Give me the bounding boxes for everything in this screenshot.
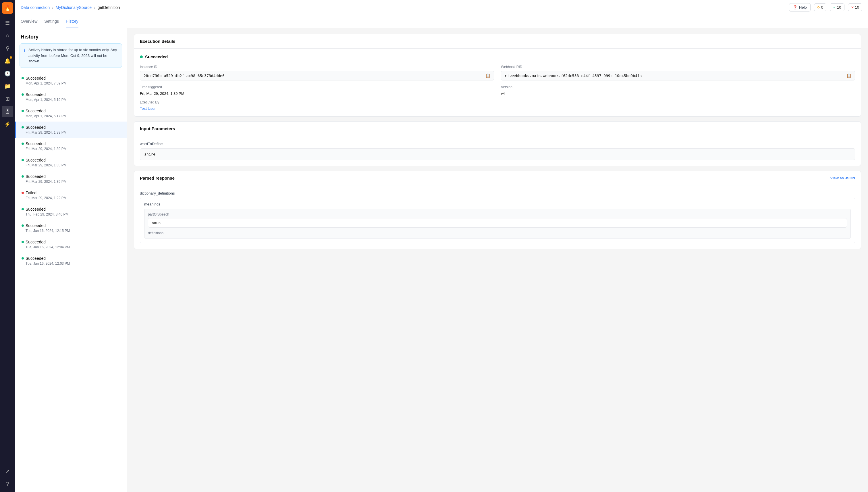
version-field: Version v4 xyxy=(501,85,855,96)
history-item[interactable]: Succeeded Fri, Mar 29, 2024, 1:35 PM xyxy=(15,171,127,187)
status-dot xyxy=(22,110,24,112)
timestamp: Tue, Jan 16, 2024, 12:15 PM xyxy=(22,229,121,233)
history-item[interactable]: Succeeded Mon, Apr 1, 2024, 5:17 PM xyxy=(15,105,127,122)
breadcrumb-part3: getDefinition xyxy=(98,5,120,10)
history-item[interactable]: Succeeded Tue, Jan 16, 2024, 12:03 PM xyxy=(15,253,127,269)
sidebar-menu-btn[interactable]: ☰ xyxy=(2,17,13,29)
timestamp: Fri, Mar 29, 2024, 1:39 PM xyxy=(22,147,121,151)
parsed-response-header: Parsed response View as JSON xyxy=(134,171,861,186)
sidebar-grid-btn[interactable]: ⊞ xyxy=(2,93,13,105)
sidebar-search-btn[interactable]: ⚲ xyxy=(2,43,13,54)
info-banner: ℹ Activity history is stored for up to s… xyxy=(20,43,122,68)
webhook-rid-copy-btn[interactable]: 📋 xyxy=(846,73,851,78)
sidebar-history-btn[interactable]: 🕐 xyxy=(2,68,13,79)
version-value: v4 xyxy=(501,91,855,96)
input-parameters-body: wordToDefine shire xyxy=(134,136,861,166)
status-text: Succeeded xyxy=(26,141,46,146)
part-of-speech-value: noun xyxy=(148,218,847,228)
timestamp: Thu, Feb 29, 2024, 8:46 PM xyxy=(22,212,121,216)
icon-sidebar: 🔥 ☰ ⌂ ⚲ 🔔 🕐 📁 ⊞ 🗄 ⚡ ↗ ? xyxy=(0,0,15,492)
time-triggered-label: Time triggered xyxy=(140,85,494,89)
definitions-key: definitions xyxy=(148,231,847,235)
status-text: Succeeded xyxy=(26,158,46,163)
sidebar-external-btn[interactable]: ↗ xyxy=(2,466,13,477)
history-item[interactable]: Succeeded Fri, Mar 29, 2024, 1:39 PM xyxy=(15,138,127,154)
topbar-actions: ❓ Help ⟳ 0 ✓ 10 ✕ 10 xyxy=(789,3,862,11)
executed-by-value[interactable]: Test User xyxy=(140,106,156,110)
history-list: Succeeded Mon, Apr 1, 2024, 7:59 PM Succ… xyxy=(15,71,127,492)
sidebar-folder-btn[interactable]: 📁 xyxy=(2,80,13,92)
timestamp: Tue, Jan 16, 2024, 12:04 PM xyxy=(22,245,121,249)
timestamp: Fri, Mar 29, 2024, 1:35 PM xyxy=(22,163,121,167)
response-nested-inner: meanings partOfSpeech noun definitions xyxy=(140,198,855,243)
status-dot xyxy=(22,224,24,227)
response-deep-nested: partOfSpeech noun definitions xyxy=(144,208,851,239)
timestamp: Fri, Mar 29, 2024, 1:22 PM xyxy=(22,196,121,200)
sidebar-transform-btn[interactable]: ⚡ xyxy=(2,118,13,130)
timestamp: Mon, Apr 1, 2024, 5:17 PM xyxy=(22,114,121,118)
breadcrumb: Data connection › MyDictionarySource › g… xyxy=(21,5,120,10)
history-item[interactable]: Succeeded Mon, Apr 1, 2024, 5:19 PM xyxy=(15,89,127,105)
status-text: Succeeded xyxy=(26,240,46,244)
exec-status-label: Succeeded xyxy=(145,54,168,59)
execution-details-header: Execution details xyxy=(134,34,861,49)
history-item[interactable]: Succeeded Tue, Jan 16, 2024, 12:15 PM xyxy=(15,220,127,236)
param-name: wordToDefine xyxy=(140,142,855,146)
webhook-rid-value-box: ri.webhooks.main.webhook.f62dc558-c44f-4… xyxy=(501,71,855,80)
response-nested-meanings: meanings partOfSpeech noun definitions xyxy=(140,198,855,243)
history-pane: History ℹ Activity history is stored for… xyxy=(15,28,127,492)
instance-id-value-box: 28cd730b-a529-4b2f-ac98-65c373d4dde6 📋 xyxy=(140,71,494,80)
history-item[interactable]: Succeeded Tue, Jan 16, 2024, 12:04 PM xyxy=(15,236,127,253)
history-item[interactable]: Succeeded Fri, Mar 29, 2024, 1:35 PM xyxy=(15,154,127,171)
tab-history[interactable]: History xyxy=(66,15,78,28)
instance-id-value: 28cd730b-a529-4b2f-ac98-65c373d4dde6 xyxy=(144,74,225,78)
status-text: Succeeded xyxy=(26,108,46,113)
view-json-link[interactable]: View as JSON xyxy=(831,176,855,180)
sidebar-home-btn[interactable]: ⌂ xyxy=(2,30,13,41)
instance-id-copy-btn[interactable]: 📋 xyxy=(485,73,490,78)
parsed-response-body: dictionary_definitions meanings partOfSp… xyxy=(134,186,861,249)
history-pane-title: History xyxy=(15,28,127,43)
executed-by-label: Executed By xyxy=(140,100,494,104)
webhook-rid-label: Webhook RID xyxy=(501,65,855,69)
version-label: Version xyxy=(501,85,855,89)
status-text: Succeeded xyxy=(26,76,46,80)
status-text: Succeeded xyxy=(26,92,46,97)
sidebar-bell-btn[interactable]: 🔔 xyxy=(2,55,13,67)
status-dot xyxy=(22,192,24,194)
history-item[interactable]: Failed Fri, Mar 29, 2024, 1:22 PM xyxy=(15,187,127,203)
error-count: 10 xyxy=(855,5,859,9)
tab-settings[interactable]: Settings xyxy=(44,15,59,28)
meanings-key: meanings xyxy=(144,202,851,206)
status-text: Succeeded xyxy=(26,223,46,228)
help-button[interactable]: ❓ Help xyxy=(789,3,811,11)
status-dot xyxy=(22,241,24,243)
history-item[interactable]: Succeeded Mon, Apr 1, 2024, 7:59 PM xyxy=(15,72,127,89)
status-dot xyxy=(22,126,24,128)
input-parameters-title: Input Parameters xyxy=(140,126,175,131)
status-dot xyxy=(22,93,24,96)
breadcrumb-sep2: › xyxy=(94,5,95,10)
history-item[interactable]: Succeeded Thu, Feb 29, 2024, 8:46 PM xyxy=(15,203,127,220)
history-item[interactable]: Succeeded Fri, Mar 29, 2024, 1:39 PM xyxy=(15,122,127,138)
time-triggered-value: Fri, Mar 29, 2024, 1:39 PM xyxy=(140,91,494,96)
execution-details-title: Execution details xyxy=(140,39,175,44)
input-parameters-header: Input Parameters xyxy=(134,122,861,136)
status-dot xyxy=(22,175,24,178)
topbar: Data connection › MyDictionarySource › g… xyxy=(15,0,868,15)
exec-status: Succeeded xyxy=(140,54,855,59)
parsed-response-card: Parsed response View as JSON dictionary_… xyxy=(134,171,861,249)
sidebar-data-btn[interactable]: 🗄 xyxy=(2,106,13,117)
execution-details-card: Execution details Succeeded Instance ID … xyxy=(134,34,861,117)
breadcrumb-part1[interactable]: Data connection xyxy=(21,5,50,10)
tab-overview[interactable]: Overview xyxy=(21,15,37,28)
response-root-key: dictionary_definitions xyxy=(140,191,855,195)
two-pane: History ℹ Activity history is stored for… xyxy=(15,28,868,492)
detail-pane: Execution details Succeeded Instance ID … xyxy=(127,28,868,492)
content-area: Overview Settings History History ℹ Acti… xyxy=(15,15,868,492)
sidebar-help-bottom-btn[interactable]: ? xyxy=(2,478,13,490)
help-label: Help xyxy=(799,5,807,9)
error-chip: ✕ 10 xyxy=(848,3,862,11)
breadcrumb-part2[interactable]: MyDictionarySource xyxy=(56,5,92,10)
executed-by-field: Executed By Test User xyxy=(140,100,494,110)
